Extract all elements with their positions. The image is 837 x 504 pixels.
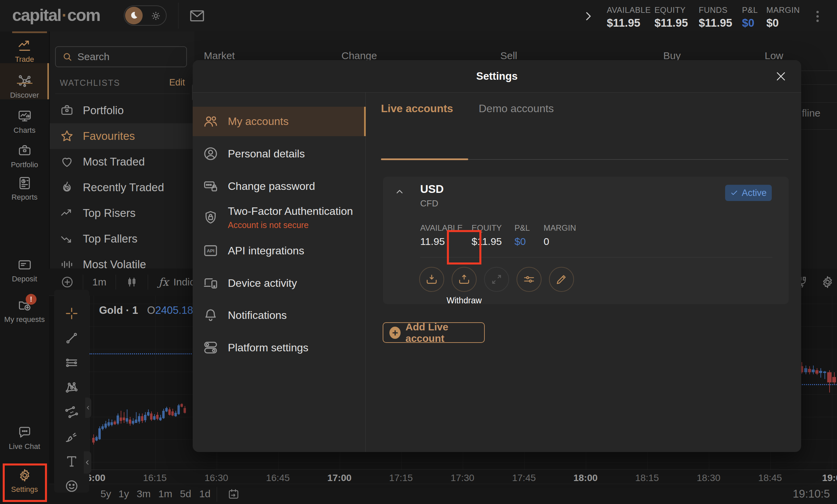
stat-label: P&L — [515, 223, 530, 233]
sidebar-item-trade[interactable]: Trade — [0, 38, 49, 64]
moon-icon[interactable] — [125, 7, 143, 24]
chevron-up-icon[interactable] — [394, 187, 405, 197]
sidebar-item-portfolio[interactable]: Portfolio — [0, 143, 49, 169]
watchlist-item-top-fallers[interactable]: Top Fallers — [50, 226, 195, 252]
watchlist-item-recently-traded[interactable]: Recently Traded — [50, 175, 195, 200]
settings-nav-platform-settings[interactable]: Platform settings — [193, 333, 366, 362]
settings-content: Live accountsDemo accounts USD CFD Activ… — [366, 92, 801, 452]
sidebar-item-reports[interactable]: Reports — [0, 176, 49, 202]
candle-body — [156, 415, 159, 419]
settings-nav-my-accounts[interactable]: My accounts — [193, 107, 366, 136]
candle-body — [92, 438, 95, 443]
sidebar-item-label: Reports — [0, 193, 49, 202]
watchlist-item-favourites[interactable]: Favourites — [50, 123, 195, 149]
candle-body — [132, 421, 134, 424]
draw-tool-xabcd-icon[interactable] — [64, 380, 79, 395]
alert-badge: ! — [26, 294, 36, 305]
account-type: CFD — [420, 198, 438, 209]
watchlist-item-top-risers[interactable]: Top Risers — [50, 200, 195, 226]
draw-tool-crosshair-icon[interactable] — [64, 306, 79, 321]
chevron-right-icon[interactable] — [582, 10, 594, 22]
withdraw-button[interactable] — [452, 267, 477, 292]
draw-tool-smiley-icon[interactable] — [64, 478, 79, 494]
stat-available: AVAILABLE $11.95 — [607, 5, 651, 30]
withdraw-tooltip: Withdraw — [447, 296, 482, 305]
stat-label: P&L — [742, 5, 758, 15]
charts-icon — [0, 109, 49, 124]
draw-tool-trendline-icon[interactable] — [64, 330, 79, 346]
requests-icon: ! — [0, 298, 49, 313]
kebab-menu-icon[interactable] — [814, 9, 821, 24]
svg-text:API: API — [207, 248, 214, 253]
watchlist-item-label: Top Fallers — [83, 232, 137, 245]
table-row-divider — [801, 102, 837, 103]
candle-body — [165, 408, 168, 411]
divider — [55, 94, 190, 94]
account-stat-pl: P&L $0 — [515, 223, 530, 247]
draw-tool-text-icon[interactable] — [64, 454, 79, 469]
toolbar-collapse-handle[interactable] — [85, 397, 91, 418]
deposit-button[interactable] — [419, 267, 444, 292]
watchlist-item-label: Most Traded — [83, 155, 145, 168]
settings-nav-change-password[interactable]: Change password — [193, 172, 366, 201]
settings-nav-notifications[interactable]: Notifications — [193, 301, 366, 330]
tab-live-accounts[interactable]: Live accounts — [381, 102, 453, 115]
candle-body — [177, 405, 180, 414]
candle-body — [183, 408, 186, 413]
draw-tool-channel-icon[interactable] — [64, 404, 79, 420]
grid-line — [155, 296, 156, 469]
sun-icon[interactable] — [150, 11, 161, 21]
mail-icon[interactable] — [189, 7, 206, 24]
settings-nav-personal-details[interactable]: Personal details — [193, 139, 366, 168]
edit-button[interactable] — [549, 267, 574, 292]
time-axis[interactable]: 16:0016:1516:3016:4517:0017:1517:3017:45… — [89, 469, 837, 484]
close-icon[interactable] — [773, 68, 789, 85]
candle-body — [141, 416, 143, 421]
go-to-date-icon[interactable] — [227, 487, 240, 500]
topbar: capital·com AVAILABLE $11.95EQUITY $11.9… — [0, 0, 837, 32]
watchlist-item-most-traded[interactable]: Most Traded — [50, 149, 195, 175]
tab-demo-accounts[interactable]: Demo accounts — [479, 102, 554, 115]
sidebar-item-my-requests[interactable]: ! My requests — [0, 298, 49, 324]
theme-toggle[interactable] — [124, 5, 167, 26]
candle-style-icon[interactable] — [125, 268, 138, 296]
watchlist-item-most-volatile[interactable]: Most Volatile — [50, 252, 195, 268]
watchlists-edit-link[interactable]: Edit — [169, 77, 185, 88]
bell-icon — [203, 307, 218, 323]
sliders-icon — [522, 273, 536, 286]
candle-body — [107, 422, 110, 426]
nav-item-label: API integrations — [228, 245, 304, 257]
range-button-5d[interactable]: 5d — [180, 488, 191, 500]
transfer-button[interactable] — [484, 267, 509, 292]
watchlists-header: WATCHLISTS — [60, 78, 120, 88]
sidebar-item-charts[interactable]: Charts — [0, 109, 49, 135]
settings-nav-api-integrations[interactable]: API API integrations — [193, 236, 366, 265]
axis-collapse-handle[interactable] — [84, 451, 91, 473]
sidebar-item-live-chat[interactable]: Live Chat — [0, 425, 49, 451]
add-live-account-button[interactable]: + Add Live account — [383, 322, 485, 343]
settings-nav-device-activity[interactable]: Device activity — [193, 268, 366, 298]
stat-value: 0 — [544, 236, 576, 247]
indicators-button[interactable]: ƒx Indic — [159, 268, 195, 296]
deposit-icon — [0, 257, 49, 272]
interval-button[interactable]: 1m — [92, 268, 106, 296]
candle-body — [110, 422, 113, 425]
watchlist-item-portfolio[interactable]: Portfolio — [50, 98, 195, 123]
range-button-5y[interactable]: 5y — [101, 488, 111, 500]
sidebar-item-deposit[interactable]: Deposit — [0, 257, 49, 283]
range-button-1d[interactable]: 1d — [199, 488, 210, 500]
settings-nav-two-factor-authentication[interactable]: Two-Factor AuthenticationAccount is not … — [193, 203, 366, 232]
candle-body — [126, 418, 128, 422]
range-button-1y[interactable]: 1y — [118, 488, 129, 500]
trayup-icon — [457, 273, 471, 286]
price-dotted-line — [800, 384, 837, 385]
draw-tool-hlines-icon[interactable] — [64, 355, 79, 371]
range-button-1m[interactable]: 1m — [158, 488, 173, 500]
chart-settings-gear-icon[interactable] — [820, 268, 835, 296]
search-input[interactable]: Search — [55, 46, 187, 67]
account-settings-button[interactable] — [517, 267, 541, 292]
draw-tool-brush-icon[interactable] — [64, 429, 79, 445]
sidebar-item-discover[interactable]: Discover — [0, 74, 49, 100]
star-icon — [60, 129, 74, 143]
range-button-3m[interactable]: 3m — [137, 488, 151, 500]
